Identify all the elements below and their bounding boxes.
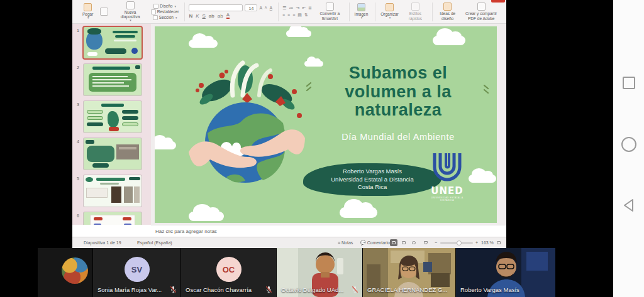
author-pill: Roberto Vargas Masís Universidad Estatal… (303, 163, 441, 196)
grow-shrink-font[interactable]: AAA̲ (259, 6, 272, 10)
ribbon-divider (375, 3, 375, 21)
notes-toggle-label: Notas (341, 240, 353, 245)
comments-toggle-label: Comentarios (367, 240, 392, 245)
slide-number: 5 (72, 175, 84, 207)
convert-smartart-label: Convertir a SmartArt (318, 11, 342, 20)
back-button[interactable] (622, 198, 636, 215)
slide-thumbnail-5[interactable] (84, 175, 142, 207)
slide-number: 3 (72, 101, 84, 132)
ribbon-divider (349, 3, 350, 21)
image-icon (357, 3, 365, 11)
adobe-pdf-button[interactable]: Crear y compartir PDF de Adobe (463, 2, 499, 21)
participant-tile[interactable]: Roberto Vargas Masís (456, 248, 555, 297)
muted-mic-icon (352, 286, 358, 293)
image-label: Imagen (355, 12, 369, 16)
bold-button[interactable]: N (189, 13, 192, 19)
home-circle-icon (621, 137, 636, 152)
list-buttons[interactable]: ☰≔⇥⇤≣ (282, 6, 312, 11)
format-painter-button[interactable] (99, 7, 109, 17)
normal-view-button[interactable] (390, 239, 397, 246)
zoom-slider[interactable] (440, 242, 473, 244)
phone-screenshot: Pegar Nueva diapositiva Diseño Restablec… (0, 0, 644, 297)
reading-view-button[interactable] (410, 239, 418, 246)
quick-styles-button[interactable]: Estilos rápidos (404, 2, 426, 21)
section-menu[interactable]: Sección (153, 15, 177, 20)
cloud-graphic (340, 207, 377, 218)
zoom-out-button[interactable]: − (435, 240, 437, 245)
strike-button[interactable]: ab (209, 13, 214, 19)
underline-button[interactable]: S (203, 13, 206, 19)
slide-number: 2 (72, 64, 84, 95)
slideshow-view-button[interactable] (422, 239, 430, 246)
font-name-input[interactable] (189, 4, 243, 11)
participant-tile[interactable]: SV Sonia María Rojas Var... (93, 248, 180, 297)
new-slide-icon (126, 1, 135, 9)
participant-tile[interactable]: OC Oscar Chacón Chavarría (181, 248, 276, 297)
italic-button[interactable]: K (196, 13, 199, 19)
participant-tile[interactable] (38, 248, 92, 297)
earth-hug-illustration (182, 58, 311, 208)
participant-tile[interactable]: GRACIELA HERNANDEZ G... (363, 248, 455, 297)
paste-button[interactable]: Pegar (81, 3, 94, 21)
reset-label: Restablecer (157, 9, 179, 14)
muted-mic-icon (170, 286, 177, 293)
design-ideas-button[interactable]: Ideas de diseño (436, 2, 458, 21)
slide-number: 1 (72, 27, 84, 58)
smartart-icon (326, 3, 334, 11)
current-slide[interactable]: Subamos el volumen a la naturaleza Día M… (155, 26, 497, 223)
reset-button[interactable]: Restablecer (151, 9, 179, 14)
font-color-button[interactable]: A (226, 13, 230, 19)
uned-logo-word: UNED (426, 186, 468, 196)
slide-title: Subamos el volumen a la naturaleza (307, 64, 489, 120)
arrange-button[interactable]: Organizar (379, 3, 400, 21)
slide-sorter-view-button[interactable] (400, 239, 408, 246)
slide-thumbnail-3[interactable] (84, 101, 142, 132)
highlight-button[interactable]: ab (218, 13, 223, 19)
comments-toggle[interactable]: 💬 Comentarios (360, 240, 392, 246)
slide-thumbnail-1[interactable] (84, 27, 142, 58)
reset-icon (151, 9, 156, 14)
muted-mic-icon (265, 286, 272, 293)
recents-button[interactable] (623, 77, 635, 89)
notes-placeholder: Haz clic para agregar notas (155, 229, 217, 234)
notes-area[interactable]: Haz clic para agregar notas (151, 225, 506, 237)
participant-tile[interactable]: Octavio Delgado UAd... (277, 248, 362, 297)
cloud-graphic (189, 212, 224, 221)
adobe-pdf-icon (477, 3, 486, 11)
title-line: Subamos el (307, 64, 489, 83)
brush-icon (100, 8, 108, 16)
slide-thumbnail-4[interactable] (84, 138, 142, 170)
font-size-input[interactable]: 14 (245, 4, 257, 11)
convert-smartart-button[interactable]: Convertir a SmartArt (316, 2, 343, 21)
thumbnail-row: 2 (72, 64, 151, 95)
slide-thumbnail-6[interactable] (84, 212, 142, 225)
zoom-in-button[interactable]: + (475, 240, 478, 245)
cloud-graphic (155, 141, 176, 149)
powerpoint-window: Pegar Nueva diapositiva Diseño Restablec… (72, 0, 506, 248)
slide-subtitle: Día Mundial del Ambiente (307, 132, 489, 142)
ribbon-divider (432, 3, 433, 21)
zoom-percentage[interactable]: 163 % (481, 240, 494, 245)
title-line: naturaleza (307, 101, 489, 120)
ribbon-divider (278, 3, 279, 21)
design-icon (153, 4, 158, 9)
arrange-label: Organizar (380, 12, 399, 16)
slide-thumbnail-2[interactable] (84, 64, 142, 95)
align-buttons[interactable]: ≡≡≡▤⇅ (282, 13, 308, 18)
participant-name: Oscar Chacón Chavarría (186, 286, 252, 293)
slide-thumbnail-panel: 1 2 (72, 24, 151, 225)
insert-image-button[interactable]: Imagen (353, 3, 370, 21)
new-slide-label: Nueva diapositiva (115, 10, 145, 19)
participant-initials-avatar: SV (125, 257, 150, 282)
cloud-graphic (433, 36, 465, 45)
design-menu[interactable]: Diseño (153, 4, 176, 9)
home-button[interactable] (621, 137, 636, 152)
design-ideas-label: Ideas de diseño (438, 11, 457, 20)
notes-toggle[interactable]: ≡ Notas (338, 240, 353, 245)
thumbnail-row: 5 (72, 175, 151, 207)
language-indicator[interactable]: Español (España) (137, 240, 172, 245)
zoom-slider-knob[interactable] (457, 240, 462, 246)
uned-logo-icon (430, 152, 465, 183)
fit-to-window-button[interactable] (495, 239, 502, 246)
new-slide-button[interactable]: Nueva diapositiva (114, 1, 146, 23)
